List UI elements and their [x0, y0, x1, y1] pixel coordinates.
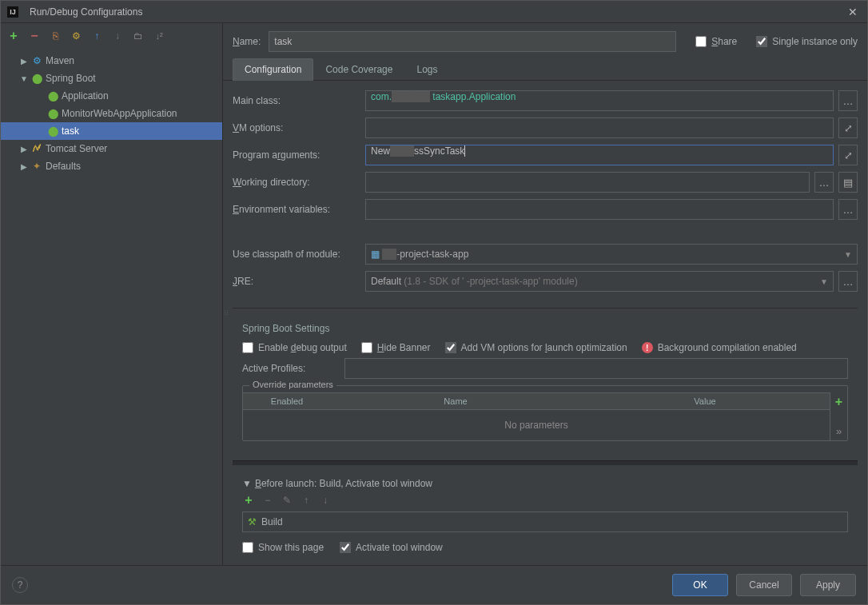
- titlebar: IJ Run/Debug Configurations ✕: [1, 1, 867, 23]
- bg-compilation-status: ! Background compilation enabled: [642, 342, 797, 353]
- more-params-icon[interactable]: »: [833, 424, 846, 437]
- share-checkbox[interactable]: Share: [695, 36, 737, 47]
- browse-jre-button[interactable]: …: [838, 271, 858, 292]
- bl-task-label: Build: [261, 516, 283, 527]
- bl-remove-icon[interactable]: −: [261, 494, 274, 507]
- vmoptions-label: VM options:: [233, 122, 359, 133]
- browse-mainclass-button[interactable]: …: [838, 90, 858, 111]
- tree-label: task: [62, 125, 79, 137]
- add-vm-checkbox[interactable]: Add VM options for launch optimization: [445, 342, 627, 353]
- expand-icon[interactable]: ▶: [20, 162, 28, 171]
- chevron-down-icon: ▼: [844, 250, 852, 259]
- name-label: Name:: [233, 36, 261, 47]
- browse-envvars-button[interactable]: …: [838, 199, 858, 220]
- expand-icon[interactable]: ▶: [20, 57, 28, 66]
- add-config-icon[interactable]: +: [7, 30, 20, 42]
- ok-button[interactable]: OK: [672, 574, 728, 596]
- tree-label: Defaults: [46, 161, 81, 172]
- tree-node-maven[interactable]: ▶ ⚙ Maven: [1, 52, 222, 70]
- expand-icon[interactable]: ▶: [20, 145, 28, 153]
- tree-label: Application: [62, 90, 109, 101]
- config-tree: ▶ ⚙ Maven ▼ ⬤ Spring Boot ⬤ Application: [1, 49, 222, 178]
- single-instance-checkbox[interactable]: Single instance only: [756, 36, 858, 47]
- envvars-input[interactable]: [365, 199, 834, 220]
- bl-edit-icon[interactable]: ✎: [281, 494, 293, 507]
- folder-icon[interactable]: 🗀: [132, 30, 145, 42]
- tree-node-tomcat[interactable]: ▶ 🗲 Tomcat Server: [1, 140, 222, 157]
- classpath-label: Use classpath of module:: [233, 249, 359, 260]
- jre-select[interactable]: Default (1.8 - SDK of ' -project-task-ap…: [365, 271, 834, 292]
- classpath-select[interactable]: ▦ xxx-project-task-app ▼: [365, 244, 858, 265]
- spring-icon: ⬤: [31, 73, 42, 84]
- tree-label: Spring Boot: [46, 73, 96, 84]
- mainclass-input[interactable]: com.xxxxxxxx taskapp.Application: [365, 90, 834, 111]
- move-down-icon[interactable]: ↓: [111, 30, 124, 42]
- debug-output-checkbox[interactable]: Enable debug output: [242, 342, 347, 353]
- col-value: Value: [580, 393, 830, 409]
- tab-configuration[interactable]: Configuration: [233, 58, 313, 81]
- workdir-input[interactable]: [365, 172, 810, 193]
- tree-node-application[interactable]: ⬤ Application: [1, 87, 222, 105]
- warning-icon: !: [642, 342, 653, 353]
- envvars-label: Environment variables:: [233, 204, 359, 215]
- resize-handle[interactable]: [233, 308, 858, 308]
- tree-node-springboot[interactable]: ▼ ⬤ Spring Boot: [1, 70, 222, 87]
- browse-workdir-button[interactable]: …: [814, 172, 834, 193]
- show-page-checkbox[interactable]: Show this page: [242, 542, 324, 553]
- mainclass-label: Main class:: [233, 95, 359, 106]
- configurations-sidebar: + − ⎘ ⚙ ↑ ↓ 🗀 ↓² ▶ ⚙ Maven ▼: [1, 23, 223, 565]
- vmoptions-input[interactable]: [365, 117, 834, 138]
- override-empty: No parameters: [243, 410, 830, 440]
- bl-task-build[interactable]: ⚒ Build: [242, 511, 848, 532]
- jre-label: JRE:: [233, 276, 359, 287]
- bl-up-icon[interactable]: ↑: [300, 494, 313, 507]
- hide-banner-checkbox[interactable]: Hide Banner: [361, 342, 431, 353]
- name-input[interactable]: [269, 31, 676, 52]
- button-bar: ? OK Cancel Apply: [1, 565, 867, 604]
- dialog-window: IJ Run/Debug Configurations ✕ + − ⎘ ⚙ ↑ …: [0, 0, 868, 605]
- help-button[interactable]: ?: [12, 577, 28, 593]
- collapse-icon[interactable]: ▼: [20, 74, 28, 83]
- settings-icon[interactable]: ⚙: [70, 30, 82, 42]
- spring-icon: ⬤: [47, 108, 58, 119]
- copy-config-icon[interactable]: ⎘: [49, 30, 62, 42]
- add-param-icon[interactable]: +: [833, 396, 846, 408]
- remove-config-icon[interactable]: −: [28, 30, 41, 42]
- tree-node-defaults[interactable]: ▶ ✦ Defaults: [1, 157, 222, 175]
- progargs-input[interactable]: NewxxxxxssSyncTask: [365, 145, 834, 165]
- col-enabled: Enabled: [243, 393, 331, 409]
- move-up-icon[interactable]: ↑: [90, 30, 103, 42]
- tab-logs[interactable]: Logs: [404, 58, 449, 80]
- workdir-label: Working directory:: [233, 177, 359, 188]
- sort-icon[interactable]: ↓²: [153, 30, 165, 42]
- tab-coverage[interactable]: Code Coverage: [313, 58, 404, 80]
- main-panel: Name: Share Single instance only Configu…: [223, 23, 867, 565]
- col-name: Name: [331, 393, 580, 409]
- spring-icon: ⬤: [47, 125, 58, 137]
- profiles-input[interactable]: [344, 358, 848, 379]
- tomcat-icon: 🗲: [31, 143, 42, 154]
- bl-add-icon[interactable]: +: [242, 494, 255, 507]
- tree-label: Maven: [46, 55, 74, 66]
- list-workdir-button[interactable]: ▤: [838, 172, 858, 193]
- chevron-down-icon: ▼: [820, 277, 828, 286]
- maven-icon: ⚙: [31, 55, 42, 66]
- override-legend: Override parameters: [249, 380, 336, 389]
- override-header: Enabled Name Value: [243, 392, 830, 410]
- apply-button[interactable]: Apply: [800, 574, 856, 596]
- cancel-button[interactable]: Cancel: [736, 574, 792, 596]
- sidebar-toolbar: + − ⎘ ⚙ ↑ ↓ 🗀 ↓²: [1, 23, 222, 49]
- activate-tool-checkbox[interactable]: Activate tool window: [340, 542, 443, 553]
- hammer-icon: ⚒: [248, 516, 257, 527]
- bl-down-icon[interactable]: ↓: [319, 494, 332, 507]
- progargs-label: Program arguments:: [233, 149, 359, 161]
- close-icon[interactable]: ✕: [845, 6, 861, 18]
- wrench-icon: ✦: [31, 161, 42, 172]
- expand-vmoptions-button[interactable]: ⤢: [838, 117, 858, 138]
- before-launch-header[interactable]: ▼ Before launch: Build, Activate tool wi…: [242, 478, 848, 489]
- tree-node-task[interactable]: ⬤ task: [1, 122, 222, 140]
- collapse-icon: ▼: [242, 478, 252, 489]
- expand-progargs-button[interactable]: ⤢: [838, 145, 858, 165]
- tabs: Configuration Code Coverage Logs: [223, 58, 867, 81]
- tree-node-monitor[interactable]: ⬤ MonitorWebAppApplication: [1, 105, 222, 122]
